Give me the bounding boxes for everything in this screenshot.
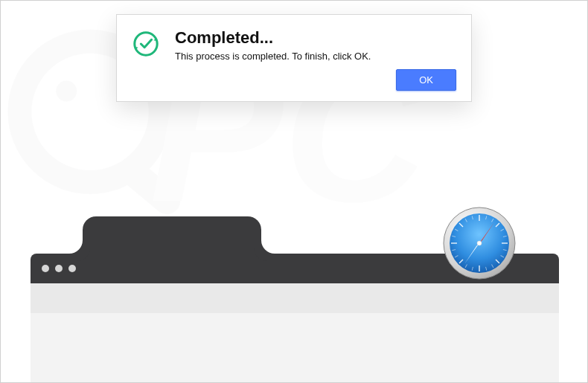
completed-dialog: Completed... This process is completed. …	[116, 14, 472, 102]
browser-toolbar	[31, 283, 559, 313]
ok-button[interactable]: OK	[396, 69, 456, 91]
active-tab[interactable]	[83, 216, 261, 254]
svg-rect-2	[118, 156, 186, 219]
safari-icon	[442, 206, 517, 280]
svg-point-31	[477, 241, 482, 245]
svg-point-1	[56, 81, 77, 102]
svg-point-32	[135, 33, 157, 55]
checkmark-circle-icon	[132, 30, 160, 58]
window-close-button[interactable]	[42, 265, 49, 272]
window-minimize-button[interactable]	[55, 265, 63, 272]
window-maximize-button[interactable]	[68, 265, 76, 272]
dialog-title: Completed...	[175, 28, 456, 48]
dialog-message: This process is completed. To finish, cl…	[175, 51, 456, 62]
browser-content	[31, 313, 559, 383]
